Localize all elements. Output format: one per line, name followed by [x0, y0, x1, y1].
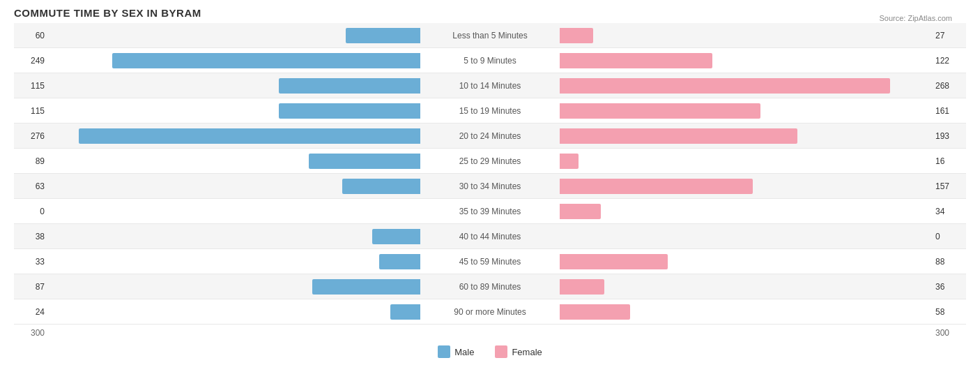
female-bar-3 — [560, 103, 760, 119]
female-bar-0 — [560, 28, 593, 43]
axis-left-num: 300 — [14, 325, 49, 341]
male-bar-10 — [312, 279, 420, 295]
male-bar-cell-6 — [49, 174, 420, 199]
male-bar-4 — [79, 128, 420, 144]
female-value-8: 0 — [931, 224, 966, 249]
male-bar-8 — [372, 229, 420, 244]
male-bar-9 — [379, 254, 420, 269]
male-bar-3 — [279, 103, 420, 119]
chart-grid: 60Less than 5 Minutes272495 to 9 Minutes… — [14, 23, 966, 325]
female-bar-6 — [560, 179, 753, 194]
male-value-10: 87 — [14, 274, 49, 299]
male-bar-cell-3 — [49, 98, 420, 124]
male-bar-cell-9 — [49, 249, 420, 274]
male-bar-1 — [112, 53, 420, 68]
female-value-2: 268 — [931, 73, 966, 98]
female-value-4: 193 — [931, 124, 966, 149]
female-bar-cell-6 — [560, 174, 931, 199]
female-value-5: 16 — [931, 149, 966, 174]
female-value-10: 36 — [931, 274, 966, 299]
legend-male: Male — [438, 345, 474, 358]
row-label-4: 20 to 24 Minutes — [420, 124, 560, 149]
male-value-3: 115 — [14, 98, 49, 124]
female-bar-cell-0 — [560, 23, 931, 48]
female-value-1: 122 — [931, 48, 966, 73]
male-bar-11 — [390, 304, 420, 320]
female-bar-cell-3 — [560, 98, 931, 124]
male-bar-cell-7 — [49, 199, 420, 224]
male-value-9: 33 — [14, 249, 49, 274]
legend-male-label: Male — [454, 347, 474, 357]
row-label-0: Less than 5 Minutes — [420, 23, 560, 48]
legend-female-label: Female — [512, 347, 542, 357]
chart-container: 60Less than 5 Minutes272495 to 9 Minutes… — [14, 23, 966, 358]
male-bar-cell-0 — [49, 23, 420, 48]
legend-female-box — [495, 345, 507, 358]
male-bar-cell-8 — [49, 224, 420, 249]
female-bar-cell-10 — [560, 274, 931, 299]
female-bar-cell-5 — [560, 149, 931, 174]
row-label-2: 10 to 14 Minutes — [420, 73, 560, 98]
female-bar-9 — [560, 254, 668, 269]
chart-title: COMMUTE TIME BY SEX IN BYRAM — [14, 7, 966, 19]
row-label-3: 15 to 19 Minutes — [420, 98, 560, 124]
female-bar-cell-4 — [560, 124, 931, 149]
female-bar-10 — [560, 279, 604, 295]
male-value-1: 249 — [14, 48, 49, 73]
female-bar-4 — [560, 128, 797, 144]
female-bar-cell-1 — [560, 48, 931, 73]
female-value-9: 88 — [931, 249, 966, 274]
female-bar-5 — [560, 154, 579, 169]
male-bar-5 — [309, 154, 420, 169]
male-bar-2 — [279, 78, 420, 94]
male-bar-6 — [342, 179, 420, 194]
male-value-4: 276 — [14, 124, 49, 149]
female-bar-cell-7 — [560, 199, 931, 224]
row-label-9: 45 to 59 Minutes — [420, 249, 560, 274]
row-label-7: 35 to 39 Minutes — [420, 199, 560, 224]
male-bar-0 — [346, 28, 420, 43]
axis-right-space — [560, 325, 931, 341]
male-bar-cell-10 — [49, 274, 420, 299]
source-label: Source: ZipAtlas.com — [879, 14, 952, 22]
female-value-11: 58 — [931, 299, 966, 325]
female-bar-cell-2 — [560, 73, 931, 98]
female-bar-cell-9 — [560, 249, 931, 274]
row-label-8: 40 to 44 Minutes — [420, 224, 560, 249]
male-value-8: 38 — [14, 224, 49, 249]
axis-center — [420, 325, 560, 341]
axis-right-num: 300 — [931, 325, 966, 341]
female-value-0: 27 — [931, 23, 966, 48]
female-bar-cell-11 — [560, 299, 931, 325]
male-value-0: 60 — [14, 23, 49, 48]
female-bar-cell-8 — [560, 224, 931, 249]
female-bar-7 — [560, 204, 601, 219]
row-label-1: 5 to 9 Minutes — [420, 48, 560, 73]
legend-female: Female — [495, 345, 542, 358]
male-value-5: 89 — [14, 149, 49, 174]
row-label-6: 30 to 34 Minutes — [420, 174, 560, 199]
male-value-6: 63 — [14, 174, 49, 199]
row-label-5: 25 to 29 Minutes — [420, 149, 560, 174]
female-value-6: 157 — [931, 174, 966, 199]
female-bar-11 — [560, 304, 630, 320]
male-bar-cell-1 — [49, 48, 420, 73]
male-value-2: 115 — [14, 73, 49, 98]
female-value-3: 161 — [931, 98, 966, 124]
male-value-7: 0 — [14, 199, 49, 224]
female-value-7: 34 — [931, 199, 966, 224]
axis-left-space — [49, 325, 420, 341]
legend-male-box — [438, 345, 450, 358]
legend: Male Female — [14, 345, 966, 358]
row-label-10: 60 to 89 Minutes — [420, 274, 560, 299]
male-bar-cell-4 — [49, 124, 420, 149]
female-bar-2 — [560, 78, 890, 94]
male-bar-cell-11 — [49, 299, 420, 325]
male-value-11: 24 — [14, 299, 49, 325]
male-bar-cell-5 — [49, 149, 420, 174]
female-bar-1 — [560, 53, 712, 68]
male-bar-cell-2 — [49, 73, 420, 98]
axis-row: 300 300 — [14, 325, 966, 341]
row-label-11: 90 or more Minutes — [420, 299, 560, 325]
